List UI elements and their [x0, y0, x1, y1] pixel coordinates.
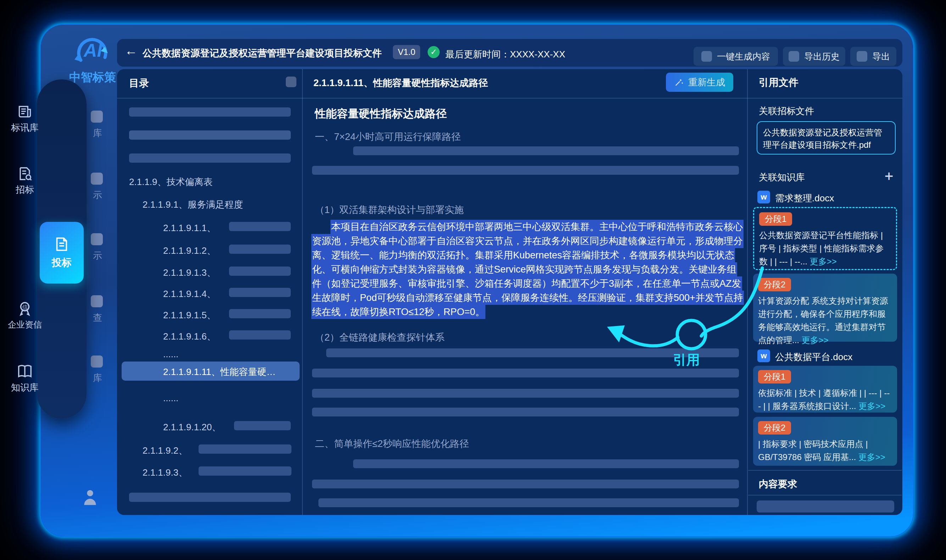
citation-label: 引用: [673, 351, 700, 369]
back-icon[interactable]: ←: [125, 43, 137, 58]
toc-item-skeleton: [229, 288, 291, 297]
peek-item-label: 查: [93, 312, 102, 324]
toc-skeleton-bar: [129, 493, 291, 502]
check-icon: ✓: [428, 46, 440, 58]
content-sub-2: （2）全链路健康检查探针体系: [315, 331, 445, 344]
segment-badge: 分段2: [758, 421, 791, 435]
version-badge: V1.0: [393, 45, 420, 59]
knowledge-book-icon: [17, 363, 33, 379]
toc-item-skeleton: [229, 266, 291, 276]
toc-item[interactable]: 2.1.1.9.1.20、: [163, 421, 221, 434]
peek-item-label: 库: [93, 127, 102, 139]
peek-item-label: 库: [93, 372, 102, 384]
content-skeleton-bar: [312, 480, 739, 488]
segment-text: | 指标要求 | 密码技术应用点 | GB/T39786 密码 应用基... 更…: [758, 437, 892, 464]
sidebar-item-label: 投标: [52, 256, 72, 269]
svg-text:AI: AI: [83, 40, 103, 61]
more-link[interactable]: 更多>>: [802, 335, 829, 345]
export-history-icon: [789, 51, 799, 62]
sidebar-item-bid-active[interactable]: 投标: [40, 222, 84, 283]
last-updated-text: 最后更新时间：XXXX-XX-XX: [445, 48, 565, 61]
toc-item-skeleton: [199, 466, 291, 475]
content-skeleton-bar: [312, 389, 739, 398]
toc-item-skeleton: [234, 421, 291, 430]
toc-item[interactable]: 2.1.1.9.1.3、: [163, 266, 216, 279]
content-skeleton-bar: [312, 408, 739, 417]
toc-skeleton-bar: [129, 154, 291, 163]
export-history-button[interactable]: 导出历史: [783, 47, 845, 66]
content-skeleton-bar: [353, 459, 739, 468]
more-link[interactable]: 更多>>: [858, 401, 885, 411]
kb-doc-name[interactable]: 需求整理.docx: [775, 192, 834, 205]
toc-item-skeleton: [229, 330, 291, 340]
regenerate-button[interactable]: 重新生成: [666, 73, 733, 92]
more-link[interactable]: 更多>>: [858, 452, 885, 462]
toc-item[interactable]: 2.1.1.9.1.6、: [163, 330, 216, 343]
sidebar-item-knowledge[interactable]: 知识库: [0, 363, 49, 394]
tender-doc-icon: [17, 166, 32, 182]
content-skeleton-bar: [318, 498, 739, 507]
toc-item[interactable]: 2.1.1.9.1.1、: [163, 222, 216, 234]
tender-file-card[interactable]: 公共数据资源登记及授权运营管理平台建设项目招标文件.pdf: [756, 121, 896, 155]
content-section-b: 二、简单操作≤2秒响应性能优化路径: [315, 437, 469, 450]
export-label: 导出: [872, 51, 890, 62]
header-divider: [117, 98, 902, 98]
sidebar-item-tender[interactable]: 招标: [0, 166, 49, 196]
toc-item[interactable]: 2.1.1.9.3、: [143, 466, 188, 479]
peek-icon: [91, 111, 103, 123]
toc-item-skeleton: [199, 445, 291, 454]
toc-item[interactable]: 2.1.1.9.1.4、: [163, 288, 216, 300]
reference-panel-title: 引用文件: [759, 76, 798, 89]
peek-icon: [91, 295, 103, 307]
toc-skeleton-bar: [129, 131, 291, 140]
toc-collapse-icon[interactable]: [286, 77, 296, 87]
highlighted-paragraph[interactable]: 本项目在自治区政务云信创环境中部署两地三中心级双活集群。主中心位于呼和浩特市政务…: [311, 220, 746, 319]
segment-badge: 分段1: [759, 212, 792, 226]
regenerate-label: 重新生成: [688, 76, 725, 89]
toc-item[interactable]: 2.1.1.9.1.2、: [163, 245, 216, 257]
toc-item[interactable]: 2.1.1.9.1.5、: [163, 309, 216, 322]
toc-item[interactable]: 2.1.1.9、技术偏离表: [129, 176, 213, 188]
kb-section-heading: 关联知识库: [759, 171, 805, 184]
segment-text: 计算资源分配 系统支持对计算资源进行分配，确保各个应用程序和服务能够高效地运行。…: [758, 294, 892, 347]
toc-item-skeleton: [229, 222, 291, 231]
peek-icon: [91, 172, 103, 185]
segment-card[interactable]: 分段2 计算资源分配 系统支持对计算资源进行分配，确保各个应用程序和服务能够高效…: [753, 274, 897, 342]
segment-card-cited[interactable]: 分段1 公共数据资源登记平台性能指标 | 序号 | 指标类型 | 性能指标需求参…: [753, 207, 897, 270]
add-knowledge-icon[interactable]: ＋: [882, 166, 896, 185]
right-skeleton-bar: [756, 500, 894, 512]
content-skeleton-bar: [312, 166, 739, 175]
more-link[interactable]: 更多>>: [810, 257, 837, 266]
toc-item[interactable]: 2.1.1.9.2、: [143, 445, 188, 457]
credit-badge-icon: 信: [17, 300, 33, 317]
peek-item-label: 示: [93, 189, 102, 201]
export-button[interactable]: 导出: [850, 47, 897, 66]
magic-wand-icon: [674, 77, 684, 87]
generate-all-label: 一键生成内容: [717, 51, 770, 62]
toc-item-skeleton: [229, 309, 291, 318]
generate-all-button[interactable]: 一键生成内容: [693, 47, 778, 66]
sidebar-item-biddb[interactable]: 标讯库: [0, 104, 49, 134]
segment-card[interactable]: 分段2 | 指标要求 | 密码技术应用点 | GB/T39786 密码 应用基.…: [753, 417, 897, 466]
segment-badge: 分段2: [758, 278, 791, 291]
toc-main-divider: [302, 69, 303, 515]
segment-card[interactable]: 分段1 依据标准 | 技术 | 遵循标准 | | --- | --- | | 服…: [753, 366, 897, 412]
segment-text: 公共数据资源登记平台性能指标 | 序号 | 指标类型 | 性能指标需求参数 | …: [759, 229, 891, 268]
sidebar-item-label: 标讯库: [0, 122, 49, 134]
peek-item-label: 示: [93, 249, 102, 262]
sidebar-item-label: 招标: [0, 184, 49, 196]
sidebar-item-label: 知识库: [0, 382, 49, 394]
sidebar-item-credit[interactable]: 信 企业资信: [0, 300, 49, 330]
sidebar-item-label: 企业资信: [0, 319, 49, 330]
main-right-divider: [747, 69, 748, 515]
segment-badge: 分段1: [758, 370, 791, 383]
right-panel-divider: [748, 495, 902, 495]
toc-item-active-label: 2.1.1.9.1.11、性能容量硬…: [163, 366, 276, 378]
toc-item[interactable]: 2.1.1.9.1、服务满足程度: [143, 198, 243, 211]
kb-doc-name[interactable]: 公共数据平台.docx: [775, 351, 852, 363]
user-avatar[interactable]: [83, 488, 97, 506]
segment-text: 依据标准 | 技术 | 遵循标准 | | --- | --- | | 服务器系统…: [758, 386, 892, 412]
news-icon: [17, 104, 32, 120]
toc-title: 目录: [129, 77, 149, 90]
content-skeleton-bar: [353, 146, 739, 155]
